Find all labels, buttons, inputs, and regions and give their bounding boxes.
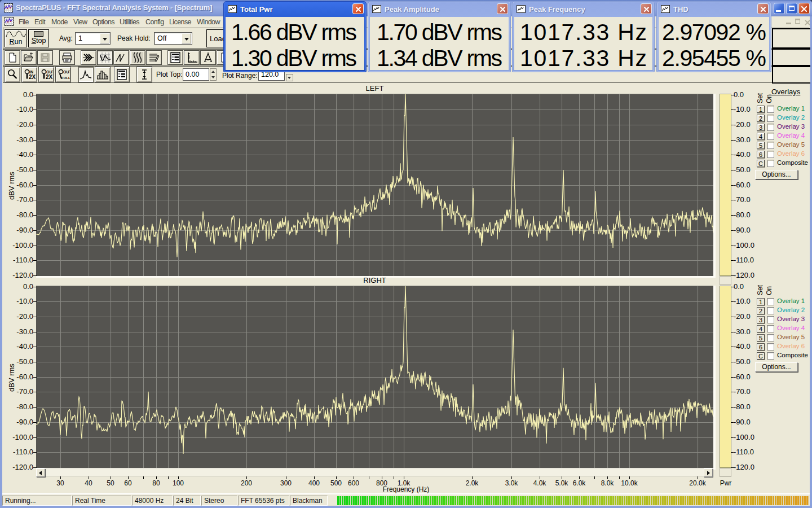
svg-text:IN: IN bbox=[29, 70, 33, 74]
svg-text:2X: 2X bbox=[46, 74, 53, 80]
svg-text:OUT: OUT bbox=[63, 70, 70, 74]
svg-text:FULL: FULL bbox=[61, 76, 70, 80]
svg-text:2X: 2X bbox=[29, 74, 36, 80]
svg-text:OUT: OUT bbox=[46, 70, 53, 74]
